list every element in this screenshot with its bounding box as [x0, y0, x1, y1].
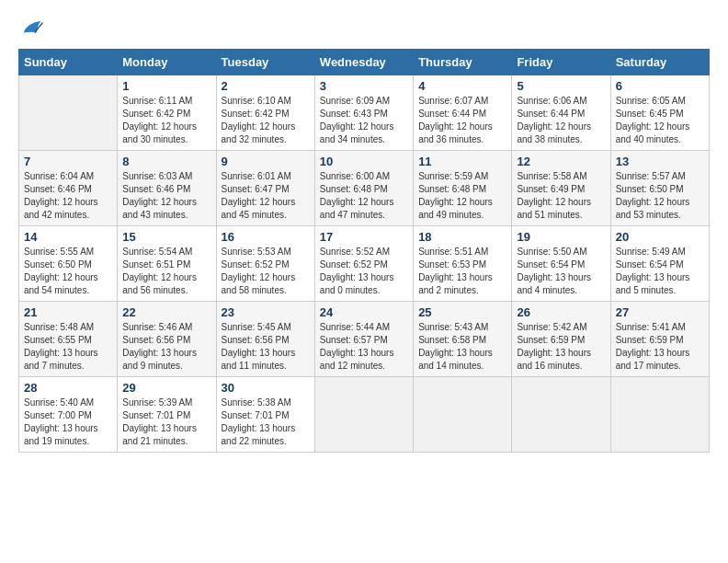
calendar-cell: 25Sunrise: 5:43 AMSunset: 6:58 PMDayligh…: [414, 302, 512, 377]
weekday-header-monday: Monday: [118, 50, 216, 75]
day-number: 15: [122, 230, 210, 244]
day-number: 13: [616, 155, 704, 168]
calendar-cell: 12Sunrise: 5:58 AMSunset: 6:49 PMDayligh…: [512, 151, 610, 226]
calendar-cell: 14Sunrise: 5:55 AMSunset: 6:50 PMDayligh…: [19, 226, 118, 302]
logo-section: [18, 18, 44, 37]
calendar-cell: 8Sunrise: 6:03 AMSunset: 6:46 PMDaylight…: [118, 151, 216, 226]
calendar-cell: 9Sunrise: 6:01 AMSunset: 6:47 PMDaylight…: [216, 151, 314, 226]
day-number: 20: [616, 230, 704, 244]
day-info: Sunrise: 5:53 AMSunset: 6:52 PMDaylight:…: [222, 246, 310, 297]
day-number: 17: [320, 230, 408, 244]
day-number: 30: [222, 381, 310, 395]
day-number: 10: [320, 155, 408, 168]
calendar-cell: 5Sunrise: 6:06 AMSunset: 6:44 PMDaylight…: [512, 75, 610, 151]
calendar-cell: 19Sunrise: 5:50 AMSunset: 6:54 PMDayligh…: [512, 226, 610, 302]
weekday-header-saturday: Saturday: [610, 50, 709, 75]
day-number: 28: [24, 381, 112, 395]
calendar-cell: 16Sunrise: 5:53 AMSunset: 6:52 PMDayligh…: [216, 226, 314, 302]
day-number: 22: [122, 305, 210, 319]
day-number: 11: [418, 155, 506, 168]
weekday-header-sunday: Sunday: [19, 50, 118, 75]
calendar-cell: [314, 377, 413, 453]
day-info: Sunrise: 5:50 AMSunset: 6:54 PMDaylight:…: [517, 246, 605, 297]
day-info: Sunrise: 5:42 AMSunset: 6:59 PMDaylight:…: [517, 321, 605, 373]
day-number: 1: [122, 79, 210, 93]
day-number: 24: [320, 305, 408, 319]
weekday-header-thursday: Thursday: [414, 50, 512, 75]
day-info: Sunrise: 5:51 AMSunset: 6:53 PMDaylight:…: [418, 246, 506, 297]
day-info: Sunrise: 5:57 AMSunset: 6:50 PMDaylight:…: [616, 170, 704, 222]
day-info: Sunrise: 5:39 AMSunset: 7:01 PMDaylight:…: [122, 396, 210, 448]
day-info: Sunrise: 5:46 AMSunset: 6:56 PMDaylight:…: [122, 321, 210, 373]
day-info: Sunrise: 5:38 AMSunset: 7:01 PMDaylight:…: [222, 396, 310, 448]
day-info: Sunrise: 6:06 AMSunset: 6:44 PMDaylight:…: [517, 95, 605, 146]
calendar-cell: 29Sunrise: 5:39 AMSunset: 7:01 PMDayligh…: [118, 377, 216, 453]
day-number: 8: [122, 155, 210, 168]
day-info: Sunrise: 6:03 AMSunset: 6:46 PMDaylight:…: [122, 170, 210, 222]
calendar-cell: 23Sunrise: 5:45 AMSunset: 6:56 PMDayligh…: [216, 302, 314, 377]
weekday-header-wednesday: Wednesday: [314, 50, 413, 75]
day-info: Sunrise: 5:54 AMSunset: 6:51 PMDaylight:…: [122, 246, 210, 297]
calendar-cell: 30Sunrise: 5:38 AMSunset: 7:01 PMDayligh…: [216, 377, 314, 453]
calendar-cell: [19, 75, 118, 151]
day-number: 18: [418, 230, 506, 244]
day-number: 12: [517, 155, 605, 168]
day-number: 27: [616, 305, 704, 319]
day-info: Sunrise: 6:04 AMSunset: 6:46 PMDaylight:…: [24, 170, 112, 222]
day-number: 2: [222, 79, 310, 93]
weekday-header-friday: Friday: [512, 50, 610, 75]
day-info: Sunrise: 5:52 AMSunset: 6:52 PMDaylight:…: [320, 246, 408, 297]
calendar-cell: [414, 377, 512, 453]
day-info: Sunrise: 5:41 AMSunset: 6:59 PMDaylight:…: [616, 321, 704, 373]
day-info: Sunrise: 6:05 AMSunset: 6:45 PMDaylight:…: [616, 95, 704, 146]
day-number: 7: [24, 155, 112, 168]
day-info: Sunrise: 6:01 AMSunset: 6:47 PMDaylight:…: [222, 170, 310, 222]
calendar-cell: 7Sunrise: 6:04 AMSunset: 6:46 PMDaylight…: [19, 151, 118, 226]
day-number: 25: [418, 305, 506, 319]
calendar-cell: [512, 377, 610, 453]
calendar-cell: 10Sunrise: 6:00 AMSunset: 6:48 PMDayligh…: [314, 151, 413, 226]
calendar-cell: 21Sunrise: 5:48 AMSunset: 6:55 PMDayligh…: [19, 302, 118, 377]
day-info: Sunrise: 6:09 AMSunset: 6:43 PMDaylight:…: [320, 95, 408, 146]
calendar-table: SundayMondayTuesdayWednesdayThursdayFrid…: [18, 49, 710, 453]
day-info: Sunrise: 6:10 AMSunset: 6:42 PMDaylight:…: [222, 95, 310, 146]
calendar-cell: 28Sunrise: 5:40 AMSunset: 7:00 PMDayligh…: [19, 377, 118, 453]
day-info: Sunrise: 5:44 AMSunset: 6:57 PMDaylight:…: [320, 321, 408, 373]
day-number: 16: [222, 230, 310, 244]
calendar-cell: 15Sunrise: 5:54 AMSunset: 6:51 PMDayligh…: [118, 226, 216, 302]
day-number: 23: [222, 305, 310, 319]
day-number: 19: [517, 230, 605, 244]
day-number: 5: [517, 79, 605, 93]
day-info: Sunrise: 5:45 AMSunset: 6:56 PMDaylight:…: [222, 321, 310, 373]
day-info: Sunrise: 6:00 AMSunset: 6:48 PMDaylight:…: [320, 170, 408, 222]
day-number: 4: [418, 79, 506, 93]
day-info: Sunrise: 5:49 AMSunset: 6:54 PMDaylight:…: [616, 246, 704, 297]
day-info: Sunrise: 6:07 AMSunset: 6:44 PMDaylight:…: [418, 95, 506, 146]
day-number: 14: [24, 230, 112, 244]
calendar-cell: 4Sunrise: 6:07 AMSunset: 6:44 PMDaylight…: [414, 75, 512, 151]
day-number: 21: [24, 305, 112, 319]
day-info: Sunrise: 5:58 AMSunset: 6:49 PMDaylight:…: [517, 170, 605, 222]
calendar-cell: 20Sunrise: 5:49 AMSunset: 6:54 PMDayligh…: [610, 226, 709, 302]
calendar-cell: 24Sunrise: 5:44 AMSunset: 6:57 PMDayligh…: [314, 302, 413, 377]
calendar-cell: 6Sunrise: 6:05 AMSunset: 6:45 PMDaylight…: [610, 75, 709, 151]
day-info: Sunrise: 5:40 AMSunset: 7:00 PMDaylight:…: [24, 396, 112, 448]
calendar-cell: 3Sunrise: 6:09 AMSunset: 6:43 PMDaylight…: [314, 75, 413, 151]
day-info: Sunrise: 5:43 AMSunset: 6:58 PMDaylight:…: [418, 321, 506, 373]
day-number: 3: [320, 79, 408, 93]
calendar-cell: 17Sunrise: 5:52 AMSunset: 6:52 PMDayligh…: [314, 226, 413, 302]
calendar-cell: 2Sunrise: 6:10 AMSunset: 6:42 PMDaylight…: [216, 75, 314, 151]
day-number: 6: [616, 79, 704, 93]
day-info: Sunrise: 5:48 AMSunset: 6:55 PMDaylight:…: [24, 321, 112, 373]
calendar-cell: 27Sunrise: 5:41 AMSunset: 6:59 PMDayligh…: [610, 302, 709, 377]
calendar-cell: [610, 377, 709, 453]
calendar-cell: 1Sunrise: 6:11 AMSunset: 6:42 PMDaylight…: [118, 75, 216, 151]
logo-bird-icon: [22, 18, 44, 37]
day-info: Sunrise: 5:59 AMSunset: 6:48 PMDaylight:…: [418, 170, 506, 222]
day-number: 9: [222, 155, 310, 168]
day-number: 29: [122, 381, 210, 395]
calendar-cell: 11Sunrise: 5:59 AMSunset: 6:48 PMDayligh…: [414, 151, 512, 226]
calendar-cell: 18Sunrise: 5:51 AMSunset: 6:53 PMDayligh…: [414, 226, 512, 302]
calendar-cell: 13Sunrise: 5:57 AMSunset: 6:50 PMDayligh…: [610, 151, 709, 226]
weekday-header-tuesday: Tuesday: [216, 50, 314, 75]
